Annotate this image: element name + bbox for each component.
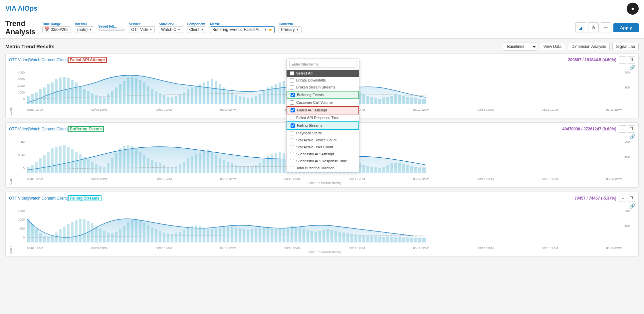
filter-button[interactable]: ◢ <box>575 22 586 33</box>
svg-rect-96 <box>410 97 413 104</box>
dimension-analysis-button[interactable]: Dimension Analysis <box>568 43 610 50</box>
svg-rect-91 <box>390 96 393 104</box>
svg-rect-240 <box>187 228 189 242</box>
filter-service-value[interactable]: OTT Vide ▼ <box>129 26 155 33</box>
dropdown-item-bitrate[interactable]: Bitrate Downshifts <box>287 77 359 84</box>
dropdown-checkbox-failing-streams[interactable] <box>291 123 295 128</box>
dropdown-item-stat-user[interactable]: Stat Active User Count <box>287 144 359 151</box>
svg-rect-29 <box>143 82 145 104</box>
minimize-button-2[interactable]: − <box>619 125 626 133</box>
dropdown-label-broken: Broken Stream Streams <box>296 85 335 89</box>
dropdown-checkbox-failed-api[interactable] <box>291 108 295 112</box>
svg-rect-142 <box>195 154 197 173</box>
dropdown-checkbox-broken[interactable] <box>290 85 294 89</box>
svg-rect-202 <box>35 229 38 242</box>
chart-actions-1: − ❐ <box>619 56 635 64</box>
dropdown-search-input[interactable] <box>289 61 356 68</box>
chart-area-3: Count 150010005000 <box>9 209 635 254</box>
dropdown-checkbox-customer-call[interactable] <box>290 100 294 105</box>
dropdown-checkbox-stat-device[interactable] <box>290 138 294 142</box>
dropdown-item-playback[interactable]: Playback Starts <box>287 130 359 137</box>
dropdown-item-stat-device[interactable]: Stat Active Device Count <box>287 137 359 144</box>
dropdown-checkbox-total-buffering[interactable] <box>290 166 294 170</box>
minimize-button-3[interactable]: − <box>619 195 626 202</box>
dropdown-checkbox-bitrate[interactable] <box>290 78 294 82</box>
svg-rect-52 <box>235 95 237 104</box>
filter-metric-value[interactable]: Buffering Events, Failed AI... ▼ ★ <box>210 26 275 33</box>
svg-rect-103 <box>39 158 42 173</box>
chart-svg-3 <box>27 209 426 242</box>
svg-rect-124 <box>123 146 125 173</box>
apply-button[interactable]: Apply <box>613 23 639 32</box>
dropdown-checkbox-stat-user[interactable] <box>290 145 294 149</box>
filter-time-range-value[interactable]: 📅 03/09/202 <box>42 26 71 33</box>
svg-rect-238 <box>179 232 181 242</box>
svg-rect-22 <box>115 87 117 104</box>
signal-lab-button[interactable]: Signal Lab <box>612 43 639 50</box>
svg-rect-27 <box>135 78 137 104</box>
chart-y-label-left-1: Count <box>9 71 12 115</box>
dropdown-item-failed-api[interactable]: Failed API Attempt <box>287 106 359 114</box>
star-icon[interactable]: ★ <box>268 27 272 32</box>
dropdown-checkbox-select-all[interactable] <box>290 71 294 76</box>
view-data-button[interactable]: View Data <box>540 43 565 50</box>
svg-rect-47 <box>215 81 217 104</box>
filter-time-range-label: Time Range <box>42 22 71 26</box>
svg-rect-197 <box>414 167 417 173</box>
svg-rect-208 <box>59 229 62 242</box>
dropdown-item-failed-resp[interactable]: Failed API Response Time <box>287 114 359 121</box>
list-button[interactable]: ☰ <box>601 22 611 33</box>
toolbar: TrendAnalysis Time Range 📅 03/09/202 Int… <box>0 17 644 39</box>
dropdown-item-broken[interactable]: Broken Stream Streams <box>287 84 359 91</box>
svg-rect-113 <box>79 154 82 173</box>
filter-component-value[interactable]: Client ▼ <box>187 26 206 33</box>
svg-rect-59 <box>263 91 265 104</box>
svg-rect-157 <box>255 165 257 173</box>
dropdown-item-total-buffering[interactable]: Total Buffering Duration <box>287 165 359 172</box>
svg-rect-18 <box>99 97 102 104</box>
dropdown-item-buffering-events[interactable]: Buffering Events <box>287 91 359 99</box>
dropdown-item-customer-call[interactable]: Customer Call Volume <box>287 99 359 106</box>
minimize-button-1[interactable]: − <box>619 56 626 64</box>
chart-title-3: OTT Video|Watch Content|Client|Failing S… <box>9 195 102 201</box>
dropdown-item-failing-streams[interactable]: Failing Streams <box>287 121 359 130</box>
expand-button-2[interactable]: ❐ <box>628 125 635 133</box>
filter-sub-service-label: Sub-Servi... <box>159 22 183 26</box>
dropdown-item-select-all[interactable]: Select All <box>287 70 359 77</box>
svg-rect-237 <box>175 233 177 242</box>
expand-button-1[interactable]: ❐ <box>628 56 635 64</box>
dropdown-item-successful-api[interactable]: Successful API Attempt <box>287 151 359 158</box>
dropdown-checkbox-successful-api[interactable] <box>290 152 294 156</box>
dropdown-item-successful-resp[interactable]: Successful API Response Time <box>287 158 359 165</box>
user-avatar[interactable]: ● <box>627 3 639 15</box>
svg-rect-287 <box>374 236 377 242</box>
svg-rect-93 <box>398 95 401 104</box>
svg-rect-154 <box>243 167 245 173</box>
svg-rect-86 <box>370 97 373 104</box>
svg-rect-53 <box>239 96 241 104</box>
link-icon-3[interactable]: 🔗 <box>629 203 635 209</box>
ban-button[interactable]: ⊘ <box>588 22 599 33</box>
dropdown-label-stat-user: Stat Active User Count <box>296 145 333 149</box>
filter-interval-value[interactable]: (auto) ▼ <box>75 26 94 33</box>
baselines-select[interactable]: Baselines <box>503 43 537 51</box>
chevron-down-icon: ▼ <box>264 28 267 31</box>
svg-rect-102 <box>35 162 38 173</box>
dropdown-checkbox-playback[interactable] <box>290 131 294 135</box>
section-title: Metric Trend Results <box>5 44 55 49</box>
chart-y-axis-left-1: 40003000200010000 <box>14 71 26 101</box>
dropdown-checkbox-buffering-events[interactable] <box>291 93 295 97</box>
dropdown-checkbox-successful-resp[interactable] <box>290 159 294 163</box>
svg-rect-135 <box>167 167 169 173</box>
filter-component-label: Component <box>187 22 206 26</box>
link-icon-1[interactable]: 🔗 <box>629 65 635 70</box>
filter-saved-value[interactable] <box>98 29 125 31</box>
filter-context-value[interactable]: Primary ▼ <box>279 26 301 33</box>
expand-button-3[interactable]: ❐ <box>628 195 635 202</box>
filter-sub-service-value[interactable]: Watch C ▼ <box>159 26 183 33</box>
link-icon-2[interactable]: 🔗 <box>629 134 635 139</box>
svg-rect-98 <box>418 99 421 104</box>
metric-dropdown[interactable]: Select AllBitrate DownshiftsBroken Strea… <box>286 59 359 172</box>
svg-rect-95 <box>406 97 409 104</box>
dropdown-checkbox-failed-resp[interactable] <box>290 116 294 120</box>
